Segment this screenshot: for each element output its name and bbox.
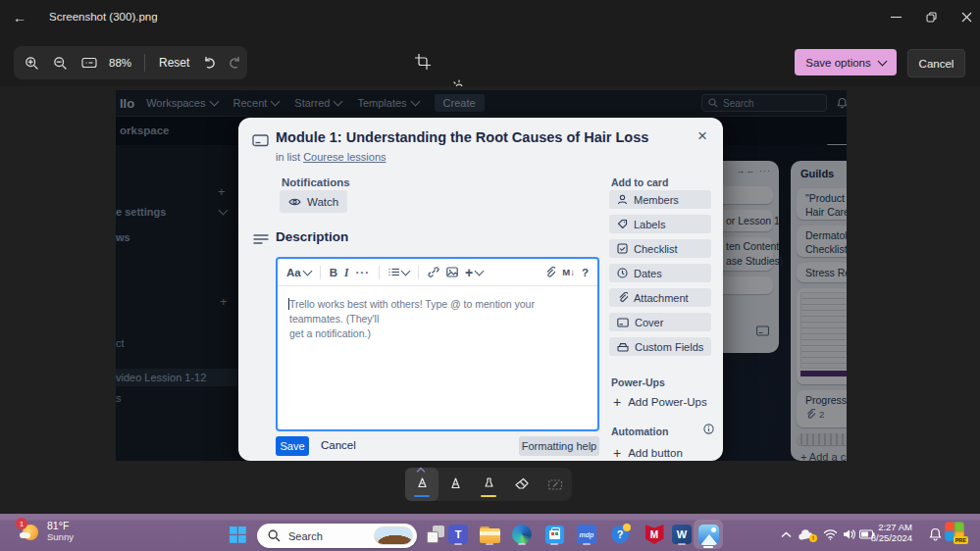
bold-button[interactable]: B <box>330 267 337 278</box>
eraser-tool[interactable] <box>505 468 539 501</box>
custom-fields-icon <box>617 342 629 352</box>
list-link[interactable]: Courese lessions <box>303 151 386 163</box>
file-explorer-icon <box>480 526 500 543</box>
reset-button[interactable]: Reset <box>159 56 189 70</box>
cover-button[interactable]: Cover <box>609 313 711 331</box>
zoom-level: 88% <box>109 57 131 69</box>
annotation-toolbar <box>405 468 572 501</box>
notification-badge: 1 <box>16 518 27 529</box>
pen-tool[interactable] <box>438 468 472 501</box>
taskbar-app-get-help[interactable]: ? <box>609 523 633 546</box>
tray-date: 8/25/2024 <box>863 532 912 543</box>
description-editor[interactable]: Aa B I ··· + M↓ <box>276 257 599 431</box>
taskbar-app-photos-active[interactable] <box>694 520 723 549</box>
save-description-button[interactable]: Save <box>276 436 309 456</box>
windows-preview-tray-icon[interactable]: PRE <box>945 522 964 541</box>
minimize-button[interactable] <box>876 0 915 33</box>
dates-button[interactable]: Dates <box>609 264 711 282</box>
teams-icon: T <box>448 525 468 544</box>
restore-button[interactable] <box>911 0 951 33</box>
fit-to-window-button[interactable] <box>77 50 102 75</box>
font-style-button[interactable]: Aa <box>286 267 311 278</box>
redo-button[interactable] <box>223 50 247 75</box>
start-button[interactable] <box>226 523 249 546</box>
weather-temp: 81°F <box>47 520 74 531</box>
cover-icon <box>617 318 629 327</box>
zoom-out-button[interactable] <box>48 50 73 75</box>
members-button[interactable]: Members <box>609 190 711 209</box>
cancel-edit-button[interactable]: Cancel <box>907 49 965 77</box>
taskbar-search-box[interactable]: Search <box>257 524 417 548</box>
tray-clock[interactable]: 2:27 AM 8/25/2024 <box>863 522 912 543</box>
italic-button[interactable]: I <box>344 267 348 278</box>
add-power-ups-button[interactable]: + Add Power-Ups <box>613 394 707 410</box>
ballpoint-pen-tool-selected[interactable] <box>405 468 438 501</box>
touch-writing-tool[interactable] <box>539 468 572 501</box>
photos-titlebar: ← Screenshot (300).png <box>0 0 980 35</box>
wifi-icon <box>823 528 838 540</box>
onedrive-tray-icon[interactable]: ! <box>795 523 818 546</box>
add-button-button[interactable]: + Add button <box>613 445 683 461</box>
card-title: Module 1: Understanding the Root Causes … <box>276 129 697 145</box>
undo-button[interactable] <box>197 50 222 75</box>
taskbar-app-word[interactable]: W <box>670 523 694 546</box>
formatting-help-button[interactable]: Formatting help <box>519 436 599 456</box>
windows-logo-icon <box>230 526 246 543</box>
attachment-button[interactable]: Attachment <box>609 288 711 307</box>
label-icon <box>617 219 628 229</box>
taskbar-app-edge[interactable] <box>510 523 534 546</box>
screenshot-image: llo Workspaces Recent Starred Templates … <box>116 90 847 461</box>
close-modal-button[interactable]: × <box>692 125 713 147</box>
attachment-icon[interactable] <box>544 267 555 278</box>
save-options-label: Save options <box>805 57 871 69</box>
eraser-icon <box>514 477 530 491</box>
more-formatting-button[interactable]: ··· <box>356 267 371 278</box>
checklist-button[interactable]: Checklist <box>609 239 711 258</box>
editor-help-button[interactable]: ? <box>582 267 589 278</box>
markdown-button[interactable]: M↓ <box>562 267 575 277</box>
crop-tool[interactable] <box>410 49 436 75</box>
zoom-in-button[interactable] <box>20 50 44 75</box>
tool-options-caret <box>417 468 425 476</box>
custom-fields-button[interactable]: Custom Fields <box>609 337 711 356</box>
member-icon <box>617 194 628 205</box>
insert-button[interactable]: + <box>465 265 483 280</box>
image-icon[interactable] <box>446 267 458 277</box>
save-options-button[interactable]: Save options <box>795 49 897 75</box>
info-icon[interactable] <box>703 424 714 434</box>
card-icon <box>252 133 269 147</box>
labels-button[interactable]: Labels <box>609 215 711 233</box>
notifications-tray-button[interactable] <box>923 523 947 546</box>
list-format-button[interactable] <box>388 268 409 276</box>
store-icon <box>545 526 564 544</box>
taskbar-app-teams[interactable]: T <box>446 523 470 546</box>
search-icon <box>268 529 281 542</box>
bell-icon <box>929 527 942 541</box>
checklist-icon <box>617 243 628 254</box>
window-title: Screenshot (300).png <box>49 11 158 23</box>
placeholder-line1: Trello works best with others! Type @ to… <box>289 297 586 326</box>
taskbar-app-file-explorer[interactable] <box>478 523 501 546</box>
add-to-card-label: Add to card <box>611 176 668 188</box>
close-button[interactable] <box>947 0 980 33</box>
tray-time: 2:27 AM <box>863 522 912 532</box>
highlighter-tool[interactable] <box>472 468 505 501</box>
notifications-label: Notifications <box>282 176 350 188</box>
taskbar-app-mcafee[interactable]: M <box>643 523 666 546</box>
photos-icon <box>698 525 719 545</box>
back-icon: ← <box>13 10 26 25</box>
description-input[interactable]: Trello works best with others! Type @ to… <box>278 286 597 352</box>
mcafee-icon: M <box>645 525 664 544</box>
link-icon[interactable] <box>428 267 439 277</box>
back-button[interactable]: ← <box>8 8 31 27</box>
cancel-description-button[interactable]: Cancel <box>321 439 356 451</box>
clock-icon <box>617 268 628 278</box>
weather-widget[interactable]: 1 81°F Sunny <box>20 520 74 543</box>
preview-badge: PRE <box>954 536 968 544</box>
watch-button[interactable]: Watch <box>280 190 347 213</box>
taskbar-app-store[interactable] <box>542 523 566 546</box>
pen-icon <box>448 476 463 492</box>
task-view-button[interactable] <box>424 523 447 546</box>
highlighter-color-underline <box>481 495 496 498</box>
taskbar-app-mdp[interactable]: mdp <box>575 523 598 546</box>
